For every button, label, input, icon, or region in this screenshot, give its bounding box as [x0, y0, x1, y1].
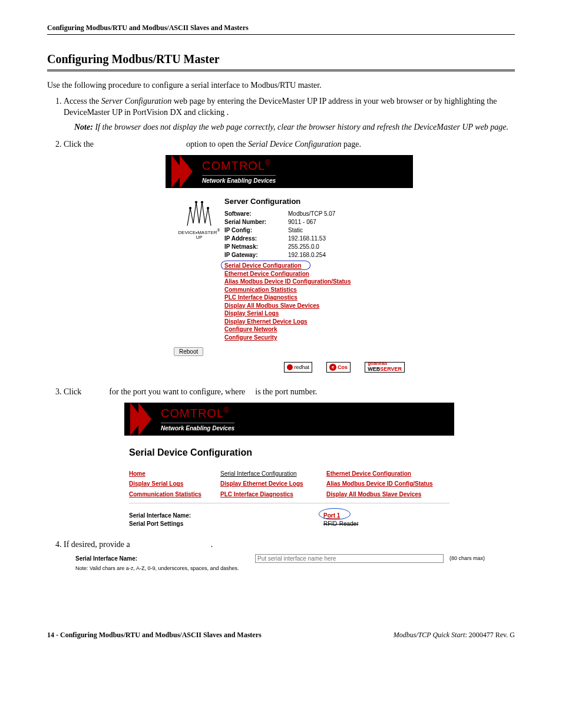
- badge-row: redhat eCos goahead WEBSERVER: [174, 362, 405, 373]
- step-4-text-a: If desired, provide a: [64, 540, 132, 549]
- kv-val: 192.168.0.254: [288, 251, 326, 259]
- port-1-link[interactable]: Port 1: [323, 512, 340, 519]
- nav-serial-interface-config: Serial Interface Configuration: [220, 470, 326, 478]
- footer-page-number: 14 -: [47, 631, 60, 639]
- char-max-hint: (80 chars max): [449, 555, 485, 562]
- nav-home[interactable]: Home: [129, 470, 220, 478]
- devicemaster-mark-icon: [181, 196, 217, 227]
- nav-display-ethernet-logs[interactable]: Display Ethernet Device Logs: [220, 480, 326, 488]
- step-4-text-b: .: [211, 540, 213, 549]
- devicemaster-logo: DEVICE•MASTER® UP: [174, 194, 224, 342]
- valid-chars-note: Note: Valid chars are a-z, A-Z, 0-9, und…: [75, 565, 515, 572]
- kv-val: 192.168.11.53: [288, 235, 326, 243]
- kv-val: 9011 - 067: [288, 218, 316, 226]
- link-configure-network[interactable]: Configure Network: [224, 325, 405, 334]
- kv-key: IP Netmask:: [224, 243, 288, 251]
- nav-ethernet-device-config[interactable]: Ethernet Device Configuration: [326, 470, 449, 478]
- serial-interface-name-form: Serial Interface Name: (80 chars max) No…: [75, 554, 515, 572]
- step-1-text-c: .: [227, 108, 229, 117]
- comtrol-chevron-icon: [171, 155, 199, 188]
- kv-val: 255.255.0.0: [288, 243, 319, 251]
- nav-plc-diagnostics[interactable]: PLC Interface Diagnostics: [220, 490, 326, 499]
- footer-doc-title: Modbus/TCP Quick Start: [394, 631, 465, 639]
- serial-port-settings-label: Serial Port Settings: [129, 520, 323, 528]
- step-1: Access the Server Configuration web page…: [64, 96, 515, 133]
- server-config-heading: Server Configuration: [224, 196, 405, 207]
- kv-val: Modbus/TCP 5.07: [288, 210, 335, 218]
- note-label: Note:: [74, 123, 93, 131]
- rfid-reader-value: RFID-Reader: [323, 521, 358, 527]
- link-serial-device-config[interactable]: Serial Device Configuration: [224, 262, 405, 270]
- comtrol-tagline: Network Enabling Devices: [202, 175, 276, 185]
- comtrol-header: COMTROL® Network Enabling Devices: [124, 403, 454, 436]
- nav-link-grid: Home Serial Interface Configuration Ethe…: [129, 470, 449, 504]
- step-2-text-c: page.: [342, 140, 361, 149]
- nav-display-serial-logs[interactable]: Display Serial Logs: [129, 480, 220, 488]
- link-display-serial-logs[interactable]: Display Serial Logs: [224, 309, 405, 318]
- webserver-badge: goahead WEBSERVER: [365, 362, 405, 373]
- step-2: Click the option to open the Serial Devi…: [64, 139, 515, 381]
- svg-point-3: [207, 207, 209, 209]
- step-3-text-b: for the port you want to configure, wher…: [109, 387, 247, 396]
- step-3: Click for the port you want to configure…: [64, 387, 515, 533]
- ecos-badge: eCos: [326, 362, 351, 373]
- link-ethernet-device-config[interactable]: Ethernet Device Configuration: [224, 270, 405, 278]
- ecos-icon: e: [329, 364, 336, 371]
- server-config-links: Serial Device Configuration Ethernet Dev…: [224, 262, 405, 341]
- comtrol-tagline: Network Enabling Devices: [161, 423, 234, 433]
- nav-comm-stats[interactable]: Communication Statistics: [129, 490, 220, 499]
- note-text: If the browser does not display the web …: [95, 123, 508, 131]
- server-config-screenshot: COMTROL® Network Enabling Devices: [166, 155, 413, 381]
- step-1-text-a: Access the: [64, 97, 101, 106]
- kv-key: IP Address:: [224, 235, 288, 243]
- form-serial-interface-name-label: Serial Interface Name:: [75, 555, 255, 563]
- running-header: Configuring Modbus/RTU and Modbus/ASCII …: [47, 24, 515, 35]
- kv-key: IP Gateway:: [224, 251, 288, 259]
- procedure-list: Access the Server Configuration web page…: [47, 96, 515, 572]
- svg-point-2: [201, 201, 203, 203]
- comtrol-header: COMTROL® Network Enabling Devices: [166, 155, 413, 188]
- intro-paragraph: Use the following procedure to configure…: [47, 81, 515, 90]
- link-plc-diagnostics[interactable]: PLC Interface Diagnostics: [224, 294, 405, 302]
- link-configure-security[interactable]: Configure Security: [224, 334, 405, 342]
- kv-key: Software:: [224, 210, 288, 218]
- svg-point-1: [196, 201, 197, 203]
- comtrol-chevron-icon: [130, 403, 157, 436]
- step-4: If desired, provide a . Serial Interface…: [64, 539, 515, 572]
- kv-key: Serial Number:: [224, 218, 288, 226]
- footer-doc-rev: : 2000477 Rev. G: [465, 631, 515, 639]
- nav-display-modbus-slaves[interactable]: Display All Modbus Slave Devices: [326, 490, 449, 499]
- step-3-text-a: Click: [64, 387, 84, 396]
- section-title: Configuring Modbus/RTU Master: [47, 52, 515, 71]
- link-display-modbus-slaves[interactable]: Display All Modbus Slave Devices: [224, 302, 405, 310]
- step-2-italic: Serial Device Configuration: [248, 140, 342, 149]
- serial-interface-name-label: Serial Interface Name:: [129, 512, 323, 520]
- svg-point-0: [190, 207, 191, 209]
- redhat-badge: redhat: [284, 362, 313, 373]
- step-2-text-a: Click the: [64, 140, 95, 149]
- comtrol-brand: COMTROL®: [202, 159, 271, 172]
- step-2-text-b: option to open the: [186, 140, 248, 149]
- link-comm-stats[interactable]: Communication Statistics: [224, 286, 405, 294]
- redhat-icon: [287, 364, 293, 370]
- link-alias-modbus[interactable]: Alias Modbus Device ID Configuration/Sta…: [224, 278, 405, 286]
- serial-device-config-screenshot: COMTROL® Network Enabling Devices Serial…: [124, 403, 454, 533]
- comtrol-brand: COMTROL®: [161, 407, 230, 420]
- page-footer: 14 - Configuring Modbus/RTU and Modbus/A…: [47, 631, 515, 640]
- serial-device-config-heading: Serial Device Configuration: [129, 446, 449, 459]
- step-1-note: Note: If the browser does not display th…: [74, 122, 515, 133]
- kv-key: IP Config:: [224, 226, 288, 235]
- step-1-italic: Server Configuration: [101, 97, 171, 106]
- step-3-text-c: is the port number.: [255, 387, 317, 396]
- kv-val: Static: [288, 226, 303, 235]
- serial-interface-name-input[interactable]: [255, 554, 444, 563]
- reboot-button[interactable]: Reboot: [174, 347, 203, 356]
- link-display-ethernet-logs[interactable]: Display Ethernet Device Logs: [224, 318, 405, 326]
- nav-alias-modbus-config[interactable]: Alias Modbus Device ID Config/Status: [326, 480, 449, 488]
- footer-chapter-title: Configuring Modbus/RTU and Modbus/ASCII …: [60, 631, 262, 639]
